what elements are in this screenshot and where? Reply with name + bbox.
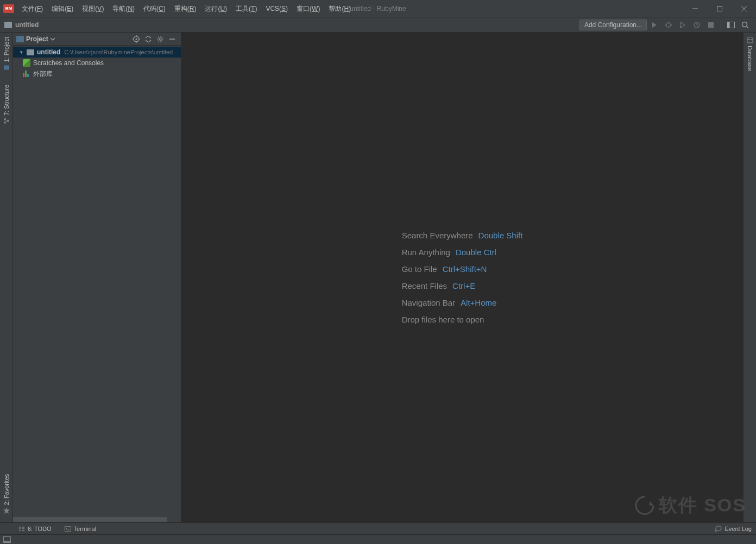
svg-rect-18 xyxy=(4,541,11,542)
tool-windows-icon[interactable] xyxy=(3,536,11,543)
breadcrumb[interactable]: untitled xyxy=(4,21,39,29)
layout-button[interactable] xyxy=(724,19,738,31)
menu-navigate[interactable]: 导航(N) xyxy=(108,0,139,17)
terminal-icon xyxy=(65,526,71,532)
tree-external-row[interactable]: 外部库 xyxy=(13,68,181,79)
stop-button[interactable] xyxy=(704,19,717,31)
svg-point-7 xyxy=(742,22,747,27)
profile-button[interactable] xyxy=(690,19,703,31)
event-log-icon xyxy=(715,526,722,532)
settings-button[interactable] xyxy=(155,34,166,44)
project-tree[interactable]: ▾ untitled C:\Users\rjsos\RubymineProjec… xyxy=(13,46,181,517)
project-tool-window: Project ▾ untitled C:\Users\rjsos\Rubymi… xyxy=(13,33,181,522)
search-everywhere-button[interactable] xyxy=(739,19,752,31)
status-bar xyxy=(0,534,756,544)
window-title: untitled - RubyMine xyxy=(350,5,406,12)
hint-drop-files: Drop files here to open xyxy=(402,315,523,324)
svg-rect-16 xyxy=(65,526,71,531)
folder-icon xyxy=(27,49,34,55)
menu-run[interactable]: 运行(U) xyxy=(200,0,231,17)
tree-node-path: C:\Users\rjsos\RubymineProjects\untitled xyxy=(64,49,173,55)
hint-go-to-file: Go to FileCtrl+Shift+N xyxy=(402,264,523,274)
app-icon: RM xyxy=(3,4,14,13)
menu-file[interactable]: 文件(F) xyxy=(17,0,47,17)
tool-tab-todo[interactable]: 6: TODO xyxy=(16,523,54,534)
svg-rect-0 xyxy=(717,6,722,11)
tree-scratches-row[interactable]: Scratches and Consoles xyxy=(13,58,181,68)
expand-all-button[interactable] xyxy=(143,34,154,44)
tree-node-label: 外部库 xyxy=(33,69,53,79)
hint-navigation-bar: Navigation BarAlt+Home xyxy=(402,298,523,307)
toolbar-separator xyxy=(721,20,721,30)
project-panel-title[interactable]: Project xyxy=(16,35,55,43)
todo-icon xyxy=(18,526,25,532)
hide-button[interactable] xyxy=(167,34,178,44)
chevron-down-icon[interactable]: ▾ xyxy=(18,49,24,55)
scratches-icon xyxy=(23,59,30,67)
breadcrumb-name: untitled xyxy=(15,21,39,29)
menu-view[interactable]: 视图(V) xyxy=(78,0,108,17)
menu-edit[interactable]: 编辑(E) xyxy=(47,0,78,17)
svg-point-13 xyxy=(136,38,137,40)
menu-tools[interactable]: 工具(T) xyxy=(231,0,261,17)
svg-rect-4 xyxy=(708,22,714,28)
menu-vcs[interactable]: VCS(S) xyxy=(261,0,292,17)
tool-tab-terminal[interactable]: Terminal xyxy=(62,523,99,534)
editor-area[interactable]: Search EverywhereDouble Shift Run Anythi… xyxy=(181,33,743,522)
project-panel-header: Project xyxy=(13,33,181,46)
left-tool-stripe: 1: Project 7: Structure 2: Favorites xyxy=(0,33,13,522)
horizontal-scrollbar[interactable] xyxy=(13,517,181,522)
run-button[interactable] xyxy=(648,19,661,31)
right-tool-stripe: Database xyxy=(743,33,756,522)
tree-node-label: Scratches and Consoles xyxy=(33,59,104,67)
hint-recent-files: Recent FilesCtrl+E xyxy=(402,281,523,290)
window-controls xyxy=(683,0,756,17)
main-menu: 文件(F) 编辑(E) 视图(V) 导航(N) 代码(C) 重构(R) 运行(U… xyxy=(17,0,355,17)
add-configuration-button[interactable]: Add Configuration... xyxy=(579,20,647,30)
tree-root-row[interactable]: ▾ untitled C:\Users\rjsos\RubymineProjec… xyxy=(13,47,181,58)
close-button[interactable] xyxy=(732,0,756,17)
maximize-button[interactable] xyxy=(707,0,732,17)
debug-button[interactable] xyxy=(662,19,675,31)
navigation-bar: untitled Add Configuration... xyxy=(0,17,756,33)
external-lib-icon xyxy=(23,71,30,77)
folder-icon xyxy=(4,22,12,28)
hint-search-everywhere: Search EverywhereDouble Shift xyxy=(402,231,523,240)
menu-window[interactable]: 窗口(W) xyxy=(292,0,324,17)
svg-point-14 xyxy=(159,38,161,40)
menu-code[interactable]: 代码(C) xyxy=(139,0,170,17)
menu-refactor[interactable]: 重构(R) xyxy=(170,0,201,17)
tool-tab-event-log[interactable]: Event Log xyxy=(713,526,754,532)
project-icon xyxy=(16,36,24,42)
tool-tab-favorites[interactable]: 2: Favorites xyxy=(3,470,10,518)
bottom-tool-stripe: 6: TODO Terminal Event Log xyxy=(0,522,756,534)
locate-button[interactable] xyxy=(131,34,142,44)
tree-node-name: untitled xyxy=(37,48,60,56)
svg-point-1 xyxy=(666,23,671,27)
title-bar: RM 文件(F) 编辑(E) 视图(V) 导航(N) 代码(C) 重构(R) 运… xyxy=(0,0,756,17)
empty-editor-hints: Search EverywhereDouble Shift Run Anythi… xyxy=(402,231,523,324)
svg-point-2 xyxy=(681,26,682,28)
hint-run-anything: Run AnythingDouble Ctrl xyxy=(402,248,523,257)
tool-tab-database[interactable]: Database xyxy=(747,33,753,75)
chevron-down-icon xyxy=(51,37,55,41)
svg-rect-6 xyxy=(728,22,730,28)
svg-point-15 xyxy=(747,37,753,40)
coverage-button[interactable] xyxy=(676,19,689,31)
tool-tab-structure[interactable]: 7: Structure xyxy=(3,80,10,129)
svg-rect-8 xyxy=(4,65,9,69)
minimize-button[interactable] xyxy=(683,0,707,17)
tool-tab-project[interactable]: 1: Project xyxy=(3,33,10,75)
